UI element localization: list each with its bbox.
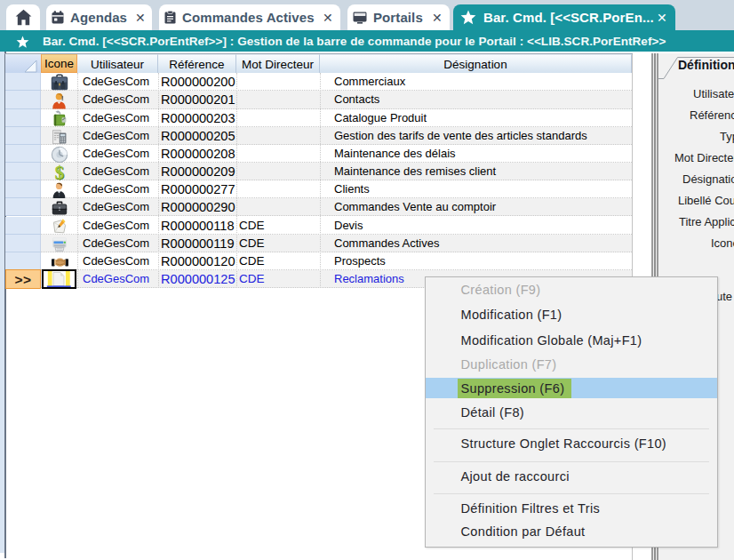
svg-text:$: $ (54, 164, 64, 181)
